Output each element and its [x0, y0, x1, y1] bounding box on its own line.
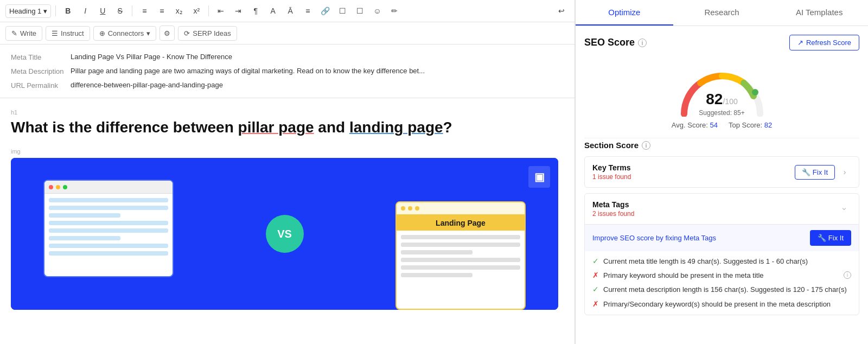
- avg-score-label: Avg. Score: 54: [672, 121, 718, 129]
- tab-ai-templates[interactable]: AI Templates: [770, 0, 868, 26]
- gauge-wrap: 82/100 Suggested: 85+: [673, 62, 771, 117]
- tab-optimize[interactable]: Optimize: [576, 0, 673, 26]
- check-err-icon-2: ✗: [592, 271, 599, 279]
- check-info-icon-2[interactable]: i: [844, 271, 851, 279]
- check-ok-icon-3: ✓: [592, 285, 599, 294]
- embed-button[interactable]: ☐: [352, 3, 367, 18]
- image-button[interactable]: ☐: [335, 3, 350, 18]
- emoji-button[interactable]: ☺: [369, 3, 385, 18]
- check-item-2: ✗ Primary keyword should be present in t…: [592, 271, 851, 281]
- text-clear-button[interactable]: Ā: [283, 3, 298, 18]
- refresh-score-button[interactable]: ↗ Refresh Score: [789, 35, 859, 50]
- instruct-icon: ☰: [52, 29, 58, 37]
- meta-description-value[interactable]: Pillar page and landing page are two ama…: [71, 67, 564, 75]
- refresh-icon: ↗: [797, 39, 803, 47]
- browser-bar-right: [397, 202, 525, 215]
- superscript-button[interactable]: x²: [189, 3, 204, 18]
- tab-research-label: Research: [704, 8, 739, 17]
- check-err-icon-4: ✗: [592, 300, 599, 308]
- serp-button[interactable]: ⟳ SERP Ideas: [178, 26, 237, 41]
- instruct-button[interactable]: ☰ Instruct: [46, 26, 90, 41]
- bold-button[interactable]: B: [60, 3, 75, 18]
- browser-line: [49, 206, 168, 210]
- content-area[interactable]: h1 What is the difference between pillar…: [0, 98, 575, 344]
- vs-text: VS: [277, 228, 292, 240]
- key-terms-fix-button[interactable]: 🔧 Fix It: [795, 165, 835, 180]
- seo-info-icon[interactable]: i: [638, 39, 647, 47]
- check-text-4: Primary/Secondary keyword(s) should be p…: [603, 300, 851, 309]
- edit-button[interactable]: ✏: [387, 3, 402, 18]
- dot-yellow2: [415, 206, 419, 211]
- browser-line: [401, 250, 473, 254]
- check-list: ✓ Current meta title length is 49 char(s…: [585, 251, 859, 315]
- italic-button[interactable]: I: [78, 3, 93, 18]
- underline-button[interactable]: U: [95, 3, 110, 18]
- unordered-list-button[interactable]: ≡: [154, 3, 169, 18]
- browser-mock-right: Landing Page: [395, 201, 526, 310]
- indent-left-button[interactable]: ⇤: [213, 3, 228, 18]
- browser-line: [401, 273, 473, 277]
- top-score-value[interactable]: 82: [764, 121, 772, 129]
- indent-right-button[interactable]: ⇥: [231, 3, 246, 18]
- article-title-highlight1: pillar page: [238, 119, 314, 136]
- panel-content: SEO Score i ↗ Refresh Score: [576, 26, 868, 344]
- gauge-dot: [752, 89, 758, 95]
- key-terms-actions: 🔧 Fix It ›: [795, 165, 851, 180]
- browser-lines-left: [44, 194, 173, 260]
- browser-line: [401, 265, 520, 270]
- wrench-icon-white: 🔧: [818, 234, 826, 242]
- connectors-button[interactable]: ⊕ Connectors ▾: [93, 26, 156, 41]
- logo-icon: ▣: [534, 170, 545, 183]
- write-icon: ✎: [11, 29, 17, 37]
- align-button[interactable]: ≡: [300, 3, 315, 18]
- toolbar-divider-2: [132, 5, 132, 16]
- link-button[interactable]: 🔗: [317, 3, 333, 18]
- seo-header: SEO Score i ↗ Refresh Score: [584, 35, 859, 50]
- subscript-button[interactable]: x₂: [171, 3, 187, 18]
- browser-line: [49, 228, 168, 233]
- image-content: Landing Page VS ▣: [11, 158, 558, 310]
- connectors-icon: ⊕: [99, 29, 105, 37]
- editor-panel: Heading 1 ▾ B I U S ≡ ≡ x₂ x² ⇤ ⇥ ¶ A Ā …: [0, 0, 575, 344]
- meta-tags-fix-button[interactable]: 🔧 Fix It: [810, 230, 851, 246]
- top-score-label: Top Score: 82: [729, 121, 772, 129]
- tab-research[interactable]: Research: [673, 0, 771, 26]
- text-color-button[interactable]: A: [265, 3, 280, 18]
- url-value[interactable]: difference-between-pillar-page-and-landi…: [71, 81, 564, 89]
- score-row: Avg. Score: 54 Top Score: 82: [672, 121, 772, 129]
- paragraph-button[interactable]: ¶: [248, 3, 263, 18]
- gear-icon: ⚙: [164, 29, 170, 37]
- connectors-dropdown-icon: ▾: [146, 29, 150, 37]
- section-score-text: Section Score: [584, 141, 639, 150]
- history-button[interactable]: ↩: [554, 3, 569, 18]
- meta-tags-actions: ›: [838, 202, 851, 215]
- key-terms-title: Key Terms: [592, 163, 631, 172]
- meta-tags-chevron[interactable]: ›: [838, 202, 851, 215]
- check-item-1: ✓ Current meta title length is 49 char(s…: [592, 257, 851, 266]
- panel-tabs: Optimize Research AI Templates: [576, 0, 868, 26]
- browser-lines-right: [397, 231, 525, 282]
- settings-button[interactable]: ⚙: [159, 26, 175, 41]
- section-score-info-icon[interactable]: i: [642, 141, 650, 150]
- strikethrough-button[interactable]: S: [112, 3, 127, 18]
- gauge-score: 82/100 Suggested: 85+: [699, 91, 744, 117]
- gauge-max: /100: [723, 97, 737, 106]
- article-title-part3: ?: [443, 119, 452, 136]
- ordered-list-button[interactable]: ≡: [137, 3, 152, 18]
- meta-tags-title: Meta Tags: [592, 200, 634, 209]
- toolbar-divider-3: [208, 5, 209, 16]
- check-text-1: Current meta title length is 49 char(s).…: [603, 257, 851, 266]
- improve-bar: Improve SEO score by fixing Meta Tags 🔧 …: [585, 224, 859, 251]
- meta-tags-issue: 2 issues found: [592, 210, 634, 218]
- avg-score-value[interactable]: 54: [710, 121, 717, 129]
- article-title[interactable]: What is the difference between pillar pa…: [11, 118, 558, 137]
- heading-select[interactable]: Heading 1 ▾: [5, 4, 51, 18]
- write-button[interactable]: ✎ Write: [5, 26, 42, 41]
- gauge-container: 82/100 Suggested: 85+ Avg. Score: 54 Top…: [584, 57, 859, 138]
- check-item-4: ✗ Primary/Secondary keyword(s) should be…: [592, 300, 851, 309]
- key-terms-chevron[interactable]: ›: [838, 165, 851, 179]
- refresh-label: Refresh Score: [806, 39, 851, 47]
- img-label: img: [11, 148, 558, 155]
- meta-title-value[interactable]: Landing Page Vs Pillar Page - Know The D…: [71, 53, 564, 61]
- gauge-number: 82: [706, 91, 723, 107]
